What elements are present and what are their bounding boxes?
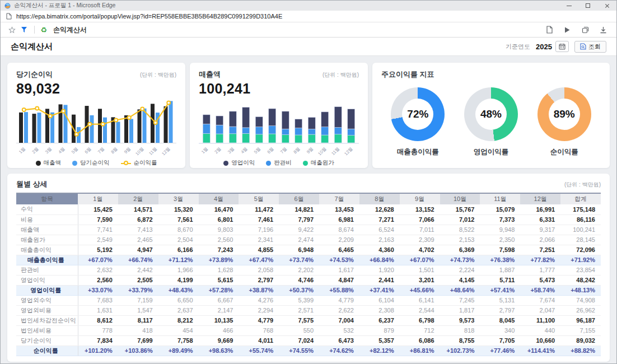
cell: 2,442 [118, 265, 158, 275]
revenue-card: 매출액 (단위 : 백만원) 100,241 1월2월3월4월5월6월7월8월9… [190, 63, 368, 168]
stack-판관비 [334, 128, 342, 134]
cell: 14,571 [118, 204, 158, 214]
cell: +74.73% [440, 255, 480, 265]
cell: 8,212 [158, 315, 199, 325]
bar-당기순이익 [24, 112, 28, 143]
minimize-button[interactable] [559, 1, 578, 11]
copy-duplicate-icon[interactable] [579, 24, 591, 35]
cell: 2,549 [78, 235, 118, 245]
cell: 4,276 [239, 295, 279, 305]
cell: 5,357 [359, 335, 400, 346]
table-col-header: 합계 [560, 193, 601, 204]
cell: +66.84% [359, 255, 400, 265]
table-row: 비용7,5906,8727,5616,8017,4617,7976,9817,2… [16, 214, 601, 225]
x-axis-label: 5월 [253, 146, 261, 155]
cell: 9,803 [199, 225, 239, 235]
stack-판관비 [295, 128, 302, 135]
stack-판관비 [282, 129, 289, 134]
cell: 2,163 [359, 235, 400, 245]
line-marker [75, 133, 78, 136]
favorite-star-icon[interactable] [6, 24, 17, 35]
row-label: 비용 [16, 214, 78, 225]
cell: 8,117 [118, 315, 158, 325]
url-bar[interactable]: https://epa.bimatrix.com/portal/popupVie… [1, 11, 616, 22]
report-save-icon[interactable] [544, 24, 555, 35]
cell: 7,705 [480, 335, 520, 346]
cell: 15,320 [158, 204, 199, 214]
line-marker [22, 108, 26, 111]
download-icon[interactable] [597, 24, 609, 35]
donut-row: 72% 매출총이익률 48% 영업이익률 89% 순이 [381, 87, 601, 157]
gross-margin-label: 매출총이익률 [397, 147, 439, 157]
base-year-value[interactable]: 2025 [536, 43, 552, 51]
cell: 8,674 [319, 225, 359, 235]
cell: 10,135 [199, 315, 239, 325]
cell: 7,155 [560, 325, 601, 335]
legend-label: 순이익률 [134, 159, 157, 167]
unit-label: (단위 : 백만원) [564, 181, 601, 189]
x-axis-label: 12월 [161, 146, 171, 156]
revenue-value: 100,241 [199, 81, 359, 97]
page-info-icon[interactable] [6, 13, 12, 20]
x-axis-label: 1월 [18, 146, 26, 155]
cell: 1,617 [319, 265, 359, 275]
monthly-detail-card: 월별 상세 (단위 : 백만원) 항목 1월2월3월4월5월6월7월8월9월10… [7, 174, 610, 362]
bar-매출액 [138, 109, 142, 143]
line-marker [88, 123, 91, 126]
minimize-icon [567, 6, 572, 6]
table-row: 매출총이익5,1924,9476,1667,2434,8556,9486,465… [16, 245, 601, 255]
x-axis-label: 10월 [134, 146, 144, 156]
table-row: 당기순이익7,8347,6997,7589,6694,0117,0246,473… [16, 335, 601, 346]
bar-당기순이익 [38, 113, 41, 143]
cell: 1,628 [199, 265, 239, 275]
cell: 7,011 [400, 225, 440, 235]
stack-매출원가 [216, 134, 223, 143]
cell: 6,086 [400, 335, 440, 346]
cell: 4,702 [400, 245, 440, 255]
cell: +74.62% [319, 346, 359, 356]
cell: 6,524 [359, 225, 400, 235]
cell: 2,797 [480, 305, 520, 315]
gross-margin-percent: 72% [407, 108, 428, 120]
calendar-button[interactable] [555, 41, 569, 52]
bar-매출액 [32, 114, 36, 143]
bookmark-report-link[interactable]: 손익계산서 [53, 25, 87, 35]
url-text[interactable]: https://epa.bimatrix.com/portal/popupVie… [16, 13, 282, 20]
card-title: 주요이익률 지표 [381, 69, 434, 80]
x-axis-label: 10월 [317, 146, 327, 156]
table-row: 영업이익2,5602,5054,1995,6152,7974,7464,8472… [16, 275, 601, 285]
cell: +48.43% [158, 285, 199, 295]
cell: 2,066 [520, 235, 560, 245]
site-logo-icon: ♻ [38, 24, 49, 35]
cell: +102.73% [440, 346, 480, 356]
cell: 2,632 [78, 265, 118, 275]
close-button[interactable] [597, 1, 616, 11]
x-axis-label: 2월 [213, 146, 222, 155]
cell: 5,473 [520, 275, 560, 285]
cell: 2,209 [319, 235, 359, 245]
dashboard-content: 당기순이익 (단위 : 백만원) 89,032 1월2월3월4월5월6월7월8월… [1, 56, 616, 362]
x-axis-label: 7월 [97, 146, 105, 155]
page-header: 손익계산서 기준연도 2025 조회 [1, 38, 616, 56]
cell: 2,560 [78, 275, 118, 285]
search-doc-icon [580, 43, 586, 50]
stack-영업이익 [255, 116, 263, 127]
cell: 6,141 [400, 295, 440, 305]
window-title: 손익계산서 - 프로필 1 - Microsoft Edge [14, 2, 559, 10]
maximize-button[interactable] [578, 1, 597, 11]
net-income-value: 89,032 [16, 81, 176, 97]
legend-label: 매출액 [44, 159, 62, 167]
cell: 1,777 [520, 265, 560, 275]
table-col-header: 6월 [279, 193, 319, 204]
cell: 550 [279, 325, 319, 335]
filter-icon[interactable] [18, 24, 30, 35]
search-button[interactable]: 조회 [574, 41, 606, 53]
run-play-icon[interactable] [562, 24, 573, 35]
bar-당기순이익 [129, 119, 133, 143]
edge-app-icon [4, 3, 11, 9]
cell: 2,224 [440, 265, 480, 275]
line-marker [154, 121, 157, 124]
cell: +74.55% [279, 346, 319, 356]
cell: +37.41% [359, 285, 400, 295]
stack-매출원가 [203, 133, 210, 143]
